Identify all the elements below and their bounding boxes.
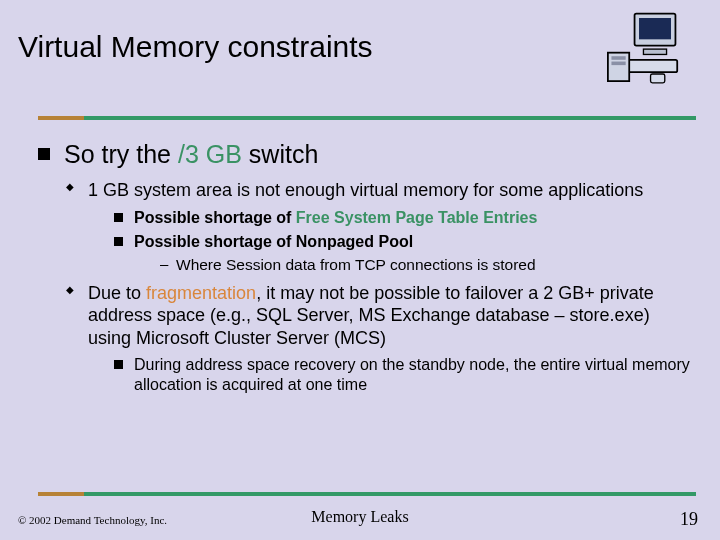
svg-rect-7: [611, 62, 625, 66]
text: During address space recovery on the sta…: [134, 356, 690, 393]
page-number: 19: [680, 509, 698, 530]
text: Where Session data from TCP connections …: [176, 256, 536, 273]
text: Due to fragmentation, it may not be poss…: [88, 282, 692, 350]
bullet-lvl2: 1 GB system area is not enough virtual m…: [64, 179, 692, 274]
em-text: /3 GB: [178, 140, 242, 168]
text: So try the: [64, 140, 178, 168]
svg-rect-4: [651, 74, 665, 83]
bullet-lvl4: Where Session data from TCP connections …: [158, 255, 692, 274]
em-text: Free System Page Table Entries: [296, 209, 538, 226]
bullet-lvl2: Due to fragmentation, it may not be poss…: [64, 282, 692, 396]
svg-rect-1: [639, 18, 671, 39]
divider-bottom: [38, 492, 696, 496]
em-text: fragmentation: [146, 283, 256, 303]
svg-rect-2: [643, 49, 666, 54]
slide-body: So try the /3 GB switch 1 GB system area…: [38, 140, 692, 407]
text: 1 GB system area is not enough virtual m…: [88, 179, 692, 202]
text: Possible shortage of Free System Page Ta…: [134, 209, 537, 226]
bullet-lvl3: Possible shortage of Nonpaged Pool Where…: [112, 232, 692, 274]
slide-title: Virtual Memory constraints: [18, 30, 373, 64]
bullet-lvl1: So try the /3 GB switch 1 GB system area…: [38, 140, 692, 395]
bullet-lvl3: During address space recovery on the sta…: [112, 355, 692, 395]
heading-text: So try the /3 GB switch: [64, 140, 318, 168]
text: Due to: [88, 283, 146, 303]
text: Possible shortage of Nonpaged Pool: [134, 233, 413, 250]
text: Possible shortage of: [134, 209, 296, 226]
svg-rect-6: [611, 56, 625, 60]
footer-title: Memory Leaks: [0, 508, 720, 526]
computer-clipart-icon: [602, 10, 692, 90]
divider-top: [38, 116, 696, 120]
text: switch: [242, 140, 318, 168]
bullet-lvl3: Possible shortage of Free System Page Ta…: [112, 208, 692, 228]
